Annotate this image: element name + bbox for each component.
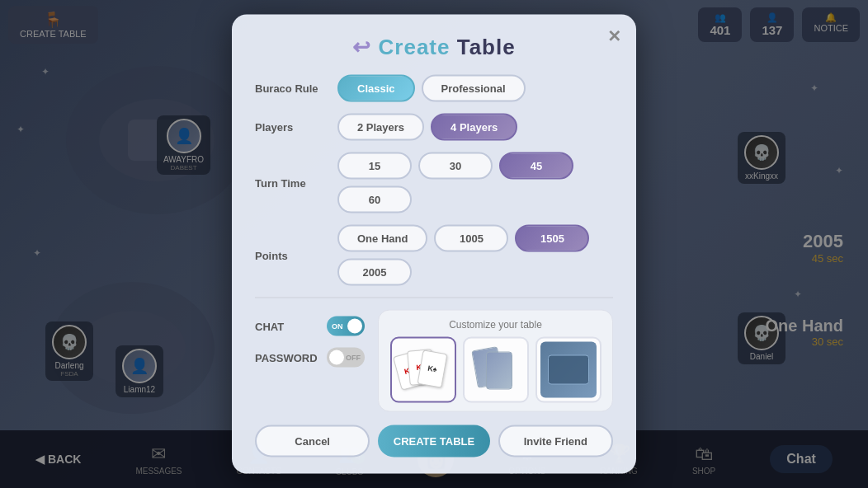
- card-back-option[interactable]: [463, 337, 529, 403]
- password-toggle[interactable]: OFF: [327, 348, 365, 368]
- points-label: Points: [255, 249, 329, 261]
- table-surface-mini: [548, 355, 589, 385]
- buraco-rule-label: Buraco Rule: [255, 82, 329, 95]
- chat-toggle-row: CHAT ON: [255, 317, 365, 336]
- points-onehand-button[interactable]: One Hand: [337, 225, 427, 252]
- customize-title: Customize your table: [389, 319, 602, 331]
- points-options: One Hand 1005 1505 2005: [337, 225, 613, 286]
- rule-classic-button[interactable]: Classic: [337, 75, 415, 102]
- toggle-knob: [347, 319, 362, 334]
- action-row: Cancel CREATE TABLE Invite Friend: [255, 425, 613, 458]
- password-toggle-row: PASSWORD OFF: [255, 348, 365, 368]
- close-button[interactable]: ✕: [607, 26, 621, 46]
- create-table-modal: ✕ ↩ Create Table Buraco Rule Classic Pro…: [232, 15, 636, 474]
- password-toggle-text: OFF: [346, 354, 361, 362]
- buraco-rule-row: Buraco Rule Classic Professional: [255, 75, 613, 102]
- players-2-button[interactable]: 2 Players: [337, 114, 424, 141]
- turn-time-15-button[interactable]: 15: [337, 152, 412, 180]
- chat-toggle-text: ON: [332, 322, 343, 331]
- bottom-section: CHAT ON PASSWORD OFF Customize your tabl…: [255, 310, 613, 412]
- rule-professional-button[interactable]: Professional: [422, 75, 526, 102]
- table-illustration: [540, 342, 597, 398]
- points-1005-button[interactable]: 1005: [434, 225, 508, 252]
- chat-toggle[interactable]: ON: [327, 317, 365, 336]
- card-king-s: K♠: [417, 350, 447, 388]
- players-4-button[interactable]: 4 Players: [431, 114, 517, 141]
- password-label: PASSWORD: [255, 351, 317, 364]
- cancel-button[interactable]: Cancel: [255, 425, 370, 458]
- card-back-2: [486, 352, 512, 390]
- modal-title: ↩ Create Table: [255, 35, 613, 60]
- cards-illustration: K♥ K♦ K♠: [395, 342, 451, 398]
- points-2005-button[interactable]: 2005: [337, 259, 412, 286]
- players-options: 2 Players 4 Players: [337, 114, 517, 141]
- points-1505-button[interactable]: 1505: [515, 225, 589, 252]
- create-table-button[interactable]: CREATE TABLE: [378, 425, 489, 458]
- table-option[interactable]: [535, 337, 601, 403]
- turn-time-row: Turn Time 15 30 45 60: [255, 152, 613, 214]
- left-controls: CHAT ON PASSWORD OFF: [255, 310, 365, 412]
- chat-label: CHAT: [255, 320, 317, 332]
- players-label: Players: [255, 121, 329, 134]
- invite-friend-button[interactable]: Invite Friend: [498, 425, 613, 458]
- card-face-option[interactable]: K♥ K♦ K♠: [390, 337, 456, 403]
- turn-time-60-button[interactable]: 60: [337, 186, 412, 214]
- card-options: K♥ K♦ K♠: [389, 337, 602, 403]
- points-row: Points One Hand 1005 1505 2005: [255, 225, 613, 286]
- section-divider: [255, 298, 613, 298]
- turn-time-label: Turn Time: [255, 176, 329, 189]
- card-back-illustration: [468, 342, 524, 398]
- turn-time-45-button[interactable]: 45: [499, 152, 573, 180]
- turn-time-options: 15 30 45 60: [337, 152, 613, 214]
- toggle-knob: [329, 350, 344, 365]
- players-row: Players 2 Players 4 Players: [255, 114, 613, 141]
- buraco-rule-options: Classic Professional: [337, 75, 526, 102]
- customize-box: Customize your table K♥ K♦ K♠: [378, 310, 613, 412]
- turn-time-30-button[interactable]: 30: [418, 152, 493, 180]
